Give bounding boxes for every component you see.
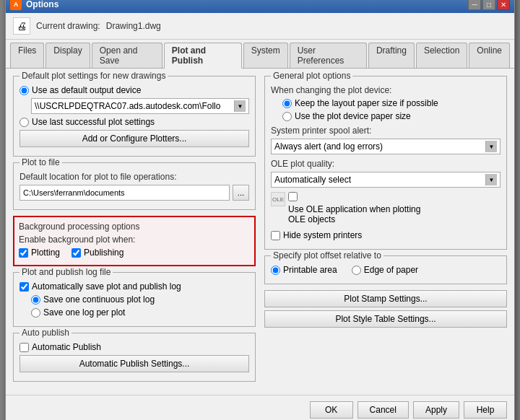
left-panel: Default plot settings for new drawings U… bbox=[13, 76, 256, 388]
plot-to-file-content: Default location for plot to file operat… bbox=[20, 172, 249, 201]
auto-publish-checkbox[interactable] bbox=[20, 343, 29, 352]
title-bar: A Options ─ □ ✕ bbox=[6, 0, 514, 13]
edge-of-paper-row: Edge of paper bbox=[352, 265, 418, 275]
default-location-label: Default location for plot to file operat… bbox=[20, 172, 249, 182]
ole-icon: OLE bbox=[271, 192, 285, 206]
ok-button[interactable]: OK bbox=[310, 401, 353, 419]
use-plot-label: Use the plot device paper size bbox=[295, 111, 411, 121]
general-plot-group: General plot options When changing the p… bbox=[264, 76, 507, 250]
log-file-title: Plot and publish log file bbox=[20, 267, 113, 277]
ole-quality-label: OLE plot quality: bbox=[271, 159, 500, 169]
hide-printers-row: Hide system printers bbox=[271, 230, 500, 240]
ole-quality-arrow: ▼ bbox=[485, 174, 497, 185]
right-buttons: Plot Stamp Settings... Plot Style Table … bbox=[264, 290, 507, 331]
hide-printers-checkbox[interactable] bbox=[271, 231, 280, 240]
title-bar-left: A Options bbox=[10, 0, 58, 10]
edge-of-paper-radio[interactable] bbox=[352, 266, 361, 275]
tab-selection[interactable]: Selection bbox=[416, 43, 467, 68]
general-plot-title: General plot options bbox=[271, 71, 352, 81]
bottom-bar: OK Cancel Apply Help bbox=[6, 395, 514, 420]
use-plot-radio[interactable] bbox=[282, 112, 292, 121]
add-plotters-button[interactable]: Add or Configure Plotters... bbox=[20, 130, 249, 147]
printable-area-row: Printable area bbox=[271, 265, 337, 275]
device-dropdown-arrow: ▼ bbox=[234, 100, 246, 112]
ole-quality-dropdown[interactable]: Automatically select ▼ bbox=[271, 172, 500, 188]
close-button[interactable]: ✕ bbox=[497, 0, 510, 10]
keep-layout-row: Keep the layout paper size if possible bbox=[282, 98, 500, 108]
spool-dropdown[interactable]: Always alert (and log errors) ▼ bbox=[271, 139, 500, 154]
publishing-checkbox[interactable] bbox=[72, 248, 81, 258]
tab-system[interactable]: System bbox=[243, 43, 288, 68]
right-panel: General plot options When changing the p… bbox=[264, 76, 507, 388]
keep-layout-radio[interactable] bbox=[282, 99, 292, 108]
auto-publish-group: Auto publish Automatic Publish Automatic… bbox=[13, 333, 256, 382]
use-plot-row: Use the plot device paper size bbox=[282, 111, 500, 121]
general-plot-content: When changing the plot device: Keep the … bbox=[271, 85, 500, 240]
auto-publish-label: Automatic Publish bbox=[32, 342, 101, 352]
header-bar: 🖨 Current drawing: Drawing1.dwg bbox=[6, 13, 514, 40]
background-processing-group: Background processing options Enable bac… bbox=[13, 216, 256, 266]
use-last-row: Use last successful plot settings bbox=[20, 117, 249, 127]
log-file-group: Plot and publish log file Automatically … bbox=[13, 272, 256, 327]
use-ole-row: OLE Use OLE application when plotting OL… bbox=[271, 192, 500, 227]
plot-stamp-button[interactable]: Plot Stamp Settings... bbox=[264, 290, 507, 307]
tab-files[interactable]: Files bbox=[10, 43, 44, 68]
maximize-button[interactable]: □ bbox=[482, 0, 495, 10]
publishing-label: Publishing bbox=[84, 248, 124, 258]
use-last-radio[interactable] bbox=[20, 118, 29, 127]
auto-save-row: Automatically save plot and publish log bbox=[20, 281, 249, 292]
apply-button[interactable]: Apply bbox=[413, 401, 459, 419]
plotting-checkbox[interactable] bbox=[19, 248, 28, 258]
tab-display[interactable]: Display bbox=[46, 43, 90, 68]
tab-plot-publish[interactable]: Plot and Publish bbox=[164, 43, 242, 69]
main-content: Default plot settings for new drawings U… bbox=[6, 69, 514, 395]
auto-publish-check-row: Automatic Publish bbox=[20, 342, 249, 352]
plotting-check-row: Plotting bbox=[19, 248, 60, 258]
printable-area-radio[interactable] bbox=[271, 266, 280, 275]
location-path-input[interactable]: C:\Users\ferranm\documents bbox=[20, 185, 230, 201]
save-per-row: Save one log per plot bbox=[31, 307, 249, 318]
when-changing-label: When changing the plot device: bbox=[271, 85, 500, 95]
enable-background-label: Enable background plot when: bbox=[19, 235, 250, 245]
edge-of-paper-label: Edge of paper bbox=[364, 265, 418, 275]
auto-publish-settings-button[interactable]: Automatic Publish Settings... bbox=[20, 355, 249, 372]
spool-dropdown-text: Always alert (and log errors) bbox=[274, 141, 485, 152]
plot-style-button[interactable]: Plot Style Table Settings... bbox=[264, 310, 507, 328]
tab-open-save[interactable]: Open and Save bbox=[92, 43, 162, 68]
use-ole-check-row: Use OLE application when plotting OLE ob… bbox=[288, 192, 433, 224]
ole-quality-text: Automatically select bbox=[274, 175, 485, 185]
publishing-check-row: Publishing bbox=[72, 248, 124, 258]
save-per-radio[interactable] bbox=[31, 308, 40, 318]
spool-dropdown-arrow: ▼ bbox=[485, 141, 497, 152]
log-file-content: Automatically save plot and publish log … bbox=[20, 281, 249, 318]
background-title: Background processing options bbox=[19, 222, 250, 232]
save-continuous-radio[interactable] bbox=[31, 295, 40, 305]
device-dropdown-text: \\USCRLPDEQTRAC07.ads.autodesk.com\Follo bbox=[35, 101, 234, 111]
path-row: C:\Users\ferranm\documents ... bbox=[20, 185, 249, 201]
tab-user-preferences[interactable]: User Preferences bbox=[290, 43, 367, 68]
cancel-button[interactable]: Cancel bbox=[358, 401, 409, 419]
drawing-name: Drawing1.dwg bbox=[106, 21, 161, 31]
background-checks: Plotting Publishing bbox=[19, 248, 250, 261]
auto-save-checkbox[interactable] bbox=[20, 282, 29, 292]
use-default-row: Use as default output device bbox=[20, 85, 249, 95]
log-options: Save one continuous plot log Save one lo… bbox=[31, 294, 249, 318]
tab-online[interactable]: Online bbox=[469, 43, 510, 68]
device-dropdown[interactable]: \\USCRLPDEQTRAC07.ads.autodesk.com\Follo… bbox=[31, 98, 249, 114]
tab-bar: Files Display Open and Save Plot and Pub… bbox=[6, 40, 514, 69]
help-button[interactable]: Help bbox=[464, 401, 507, 419]
use-ole-checkbox[interactable] bbox=[288, 192, 298, 201]
drawing-icon: 🖨 bbox=[13, 17, 30, 35]
auto-save-label: Automatically save plot and publish log bbox=[32, 281, 181, 292]
default-plot-title: Default plot settings for new drawings bbox=[20, 71, 168, 81]
window-title: Options bbox=[26, 0, 58, 9]
plot-offset-title: Specify plot offset relative to bbox=[271, 250, 384, 261]
use-default-radio[interactable] bbox=[20, 86, 29, 95]
minimize-button[interactable]: ─ bbox=[468, 0, 481, 10]
plot-to-file-title: Plot to file bbox=[20, 157, 62, 167]
default-plot-content: Use as default output device \\USCRLPDEQ… bbox=[20, 85, 249, 150]
tab-drafting[interactable]: Drafting bbox=[368, 43, 415, 68]
plot-offset-group: Specify plot offset relative to Printabl… bbox=[264, 255, 507, 284]
auto-publish-title: Auto publish bbox=[20, 328, 72, 338]
browse-button[interactable]: ... bbox=[233, 185, 249, 201]
